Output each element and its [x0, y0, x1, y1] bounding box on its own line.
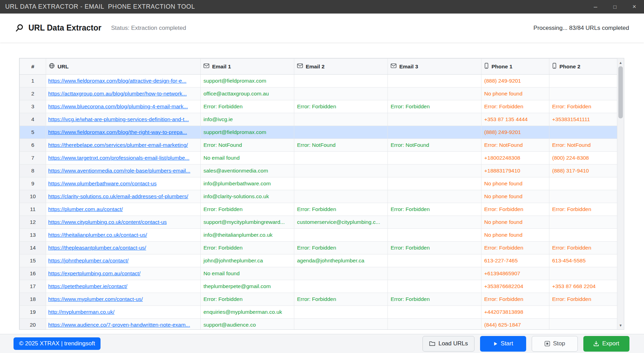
start-button[interactable]: Start	[480, 336, 526, 352]
table-row[interactable]: 18https://www.myplumber.com/contact-us/E…	[20, 293, 617, 306]
maximize-button[interactable]: □	[605, 0, 625, 14]
table-row[interactable]: 14https://thepleasantplumber.ca/contact-…	[20, 242, 617, 254]
table-row[interactable]: 7https://www.targetnxt.com/professionals…	[20, 152, 617, 165]
url-cell: https://www.audience.co/7-proven-handwri…	[46, 319, 201, 330]
email1-cell: support@mycityplumbingreward...	[201, 216, 294, 229]
row-index: 6	[20, 139, 46, 152]
url-link[interactable]: https://acttaxgroup.com.au/blog/plumber/…	[48, 91, 187, 96]
minimize-button[interactable]: –	[586, 0, 605, 14]
load-urls-button[interactable]: Load URLs	[423, 336, 475, 352]
table-row[interactable]: 19http://myplumberman.co.uk/enquiries@my…	[20, 306, 617, 319]
row-index: 5	[20, 126, 46, 139]
email3-cell	[388, 280, 481, 293]
column-header-email3[interactable]: Email 3	[388, 59, 481, 75]
phone2-cell: Error: Forbidden	[549, 203, 617, 216]
phone2-cell: +353831541111	[549, 113, 617, 126]
url-link[interactable]: https://petetheplumber.ie/contact/	[48, 283, 127, 289]
url-link[interactable]: http://myplumberman.co.uk/	[48, 309, 114, 315]
url-link[interactable]: https://www.targetnxt.com/professionals-…	[48, 155, 189, 161]
url-cell: https://therebelape.com/services/plumber…	[46, 139, 201, 152]
table-row[interactable]: 6https://therebelape.com/services/plumbe…	[20, 139, 617, 152]
email2-cell	[294, 190, 388, 203]
phone-icon	[552, 63, 557, 70]
url-link[interactable]: https://www.fieldpromax.com/blog/attract…	[48, 78, 186, 84]
column-header-index[interactable]: #	[20, 59, 46, 75]
url-link[interactable]: https://www.plumberbathware.com/contact-…	[48, 180, 157, 186]
url-cell: https://petetheplumber.ie/contact/	[46, 280, 201, 293]
email1-cell: enquiries@myplumberman.co.uk	[201, 306, 294, 319]
vertical-scrollbar[interactable]: ▲ ▼	[617, 58, 624, 329]
column-header-phone1[interactable]: Phone 1	[481, 59, 549, 75]
phone2-cell: Error: Forbidden	[549, 100, 617, 113]
email2-cell	[294, 319, 388, 330]
url-link[interactable]: https://expertplumbing.com.au/contact/	[48, 270, 140, 276]
column-header-url[interactable]: URL	[46, 59, 201, 75]
url-link[interactable]: https://www.aventionmedia.com/role-base/…	[48, 168, 190, 174]
phone2-cell	[549, 75, 617, 87]
table-row[interactable]: 10https://clarity-solutions.co.uk/email-…	[20, 190, 617, 203]
table-row[interactable]: 11https://plumber.com.au/contact/Error: …	[20, 203, 617, 216]
url-cell: https://www.targetnxt.com/professionals-…	[46, 152, 201, 165]
table-row[interactable]: 3https://www.bluecorona.com/blog/plumbin…	[20, 100, 617, 113]
phone2-cell: +353 87 668 2204	[549, 280, 617, 293]
table-body: 1https://www.fieldpromax.com/blog/attrac…	[20, 75, 617, 330]
close-button[interactable]: ×	[625, 0, 644, 14]
export-button[interactable]: Export	[583, 336, 629, 352]
phone2-cell	[549, 126, 617, 139]
stop-button[interactable]: Stop	[532, 336, 578, 352]
url-link[interactable]: https://www.cityplumbing.co.uk/content/c…	[48, 219, 167, 225]
search-icon	[15, 24, 24, 32]
table-row[interactable]: 2https://acttaxgroup.com.au/blog/plumber…	[20, 87, 617, 100]
phone2-cell: Error: Forbidden	[549, 242, 617, 254]
table-row[interactable]: 5https://www.fieldpromax.com/blog/the-ri…	[20, 126, 617, 139]
row-index: 7	[20, 152, 46, 165]
column-header-email1[interactable]: Email 1	[201, 59, 294, 75]
phone1-cell: Error: Forbidden	[481, 203, 549, 216]
url-link[interactable]: https://ivcg.ie/what-are-plumbing-servic…	[48, 116, 189, 122]
scroll-down-icon[interactable]: ▼	[617, 322, 624, 329]
url-link[interactable]: https://thepleasantplumber.ca/contact-us…	[48, 245, 146, 251]
table-row[interactable]: 9https://www.plumberbathware.com/contact…	[20, 177, 617, 190]
url-link[interactable]: https://www.bluecorona.com/blog/plumbing…	[48, 103, 188, 109]
url-link[interactable]: https://plumber.com.au/contact/	[48, 206, 123, 212]
table-row[interactable]: 16https://expertplumbing.com.au/contact/…	[20, 267, 617, 280]
email1-cell: info@ivcg.ie	[201, 113, 294, 126]
email3-cell	[388, 152, 481, 165]
table-row[interactable]: 17https://petetheplumber.ie/contact/thep…	[20, 280, 617, 293]
url-link[interactable]: https://johntheplumber.ca/contact/	[48, 258, 129, 263]
url-cell: https://www.fieldpromax.com/blog/attract…	[46, 75, 201, 87]
stop-icon	[545, 341, 550, 346]
table-row[interactable]: 12https://www.cityplumbing.co.uk/content…	[20, 216, 617, 229]
url-cell: https://thepleasantplumber.ca/contact-us…	[46, 242, 201, 254]
copyright-badge: © 2025 XTRAX | trendingsoft	[14, 337, 101, 350]
url-link[interactable]: https://www.myplumber.com/contact-us/	[48, 296, 143, 302]
column-label-url: URL	[58, 64, 69, 70]
scroll-up-icon[interactable]: ▲	[617, 59, 624, 66]
email1-cell: Error: Forbidden	[201, 203, 294, 216]
url-link[interactable]: https://clarity-solutions.co.uk/email-ad…	[48, 193, 188, 199]
status-text: Status: Extraction completed	[111, 25, 186, 32]
email3-cell	[388, 75, 481, 87]
url-link[interactable]: https://www.fieldpromax.com/blog/the-rig…	[48, 129, 187, 135]
url-link[interactable]: https://theitalianplumber.co.uk/contact-…	[48, 232, 147, 238]
email1-cell: Error: Forbidden	[201, 242, 294, 254]
table-row[interactable]: 20https://www.audience.co/7-proven-handw…	[20, 319, 617, 330]
email3-cell	[388, 126, 481, 139]
column-label-phone1: Phone 1	[491, 64, 512, 70]
table-row[interactable]: 13https://theitalianplumber.co.uk/contac…	[20, 229, 617, 242]
url-link[interactable]: https://therebelape.com/services/plumber…	[48, 142, 188, 148]
url-cell: https://www.fieldpromax.com/blog/the-rig…	[46, 126, 201, 139]
row-index: 3	[20, 100, 46, 113]
phone2-cell: Error: Forbidden	[549, 293, 617, 306]
table-row[interactable]: 8https://www.aventionmedia.com/role-base…	[20, 165, 617, 177]
table-row[interactable]: 15https://johntheplumber.ca/contact/john…	[20, 254, 617, 267]
url-link[interactable]: https://www.audience.co/7-proven-handwri…	[48, 322, 190, 328]
email3-cell: Error: Forbidden	[388, 100, 481, 113]
column-header-email2[interactable]: Email 2	[294, 59, 388, 75]
phone2-cell	[549, 216, 617, 229]
scrollbar-thumb[interactable]	[618, 66, 623, 118]
email1-cell: support@fieldpromax.com	[201, 75, 294, 87]
table-row[interactable]: 4https://ivcg.ie/what-are-plumbing-servi…	[20, 113, 617, 126]
column-header-phone2[interactable]: Phone 2	[549, 59, 617, 75]
table-row[interactable]: 1https://www.fieldpromax.com/blog/attrac…	[20, 75, 617, 87]
